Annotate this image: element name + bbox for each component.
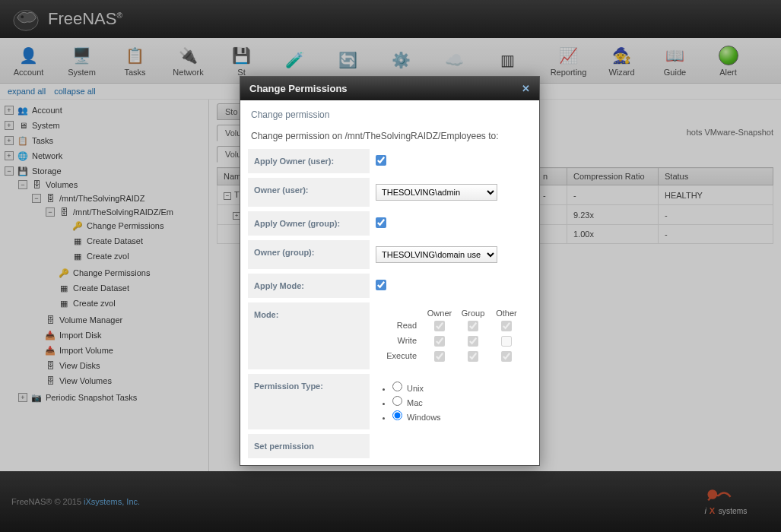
- label-set-permission: Set permission: [248, 434, 370, 458]
- mode-read-group[interactable]: [468, 321, 478, 331]
- change-permissions-dialog: Change Permissions ✕ Change permission C…: [240, 76, 540, 466]
- mode-read-owner[interactable]: [434, 321, 445, 331]
- perm-type-windows[interactable]: [392, 410, 402, 420]
- dialog-title-text: Change Permissions: [249, 83, 348, 94]
- mode-exec-group[interactable]: [468, 351, 478, 362]
- mode-read-other[interactable]: [501, 321, 512, 331]
- close-icon[interactable]: ✕: [522, 83, 530, 94]
- owner-group-select[interactable]: THESOLVING\domain use: [376, 246, 497, 263]
- apply-owner-user-checkbox[interactable]: [376, 155, 386, 166]
- permissions-form: Apply Owner (user): Owner (user): THESOL…: [248, 149, 532, 458]
- mode-exec-owner[interactable]: [434, 351, 445, 362]
- label-apply-owner-group: Apply Owner (group):: [248, 211, 370, 240]
- apply-mode-checkbox[interactable]: [376, 280, 386, 290]
- mode-write-group[interactable]: [468, 336, 478, 347]
- mode-write-owner[interactable]: [434, 336, 445, 347]
- dialog-body: Change permission Change permission on /…: [240, 100, 539, 465]
- perm-type-mac[interactable]: [392, 396, 402, 406]
- dialog-heading: Change permission: [248, 109, 532, 120]
- mode-exec-other[interactable]: [501, 351, 512, 362]
- owner-user-select[interactable]: THESOLVING\admin: [376, 184, 497, 201]
- permission-type-options: Unix Mac Windows: [376, 380, 525, 423]
- apply-owner-group-checkbox[interactable]: [376, 217, 386, 228]
- label-apply-mode: Apply Mode:: [248, 274, 370, 302]
- label-permission-type: Permission Type:: [248, 374, 370, 434]
- label-mode: Mode:: [248, 302, 370, 374]
- mode-grid: Owner Group Other Read Write Execute: [376, 309, 525, 363]
- dialog-titlebar[interactable]: Change Permissions ✕: [240, 77, 539, 100]
- label-owner-user: Owner (user):: [248, 178, 370, 211]
- dialog-path: Change permission on /mnt/TheSolvingRAID…: [248, 131, 532, 141]
- perm-type-unix[interactable]: [392, 382, 402, 391]
- label-owner-group: Owner (group):: [248, 240, 370, 274]
- label-apply-owner-user: Apply Owner (user):: [248, 149, 370, 178]
- mode-write-other[interactable]: [501, 336, 512, 347]
